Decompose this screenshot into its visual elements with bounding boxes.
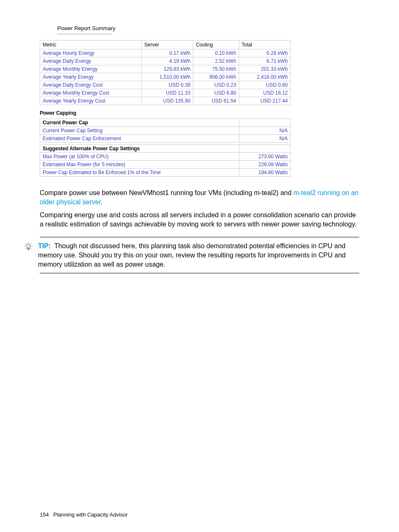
- cap-value: 228.09 Watts: [239, 161, 291, 169]
- cell-cooling: 75.50 kWh: [193, 65, 239, 73]
- cell-metric: Average Yearly Energy: [40, 73, 142, 81]
- cell-total: 0.28 kWh: [239, 49, 290, 57]
- cell-total: USD 217.44: [239, 97, 290, 105]
- cell-cooling: 2.52 kWh: [193, 57, 239, 65]
- svg-line-7: [26, 249, 26, 249]
- cap-label: Estimated Power Cap Enforcement: [40, 135, 239, 143]
- tip-body: Though not discussed here, this planning…: [38, 242, 345, 267]
- col-server: Server: [142, 41, 193, 49]
- cell-cooling: 906.00 kWh: [193, 73, 239, 81]
- tip-label: TIP:: [38, 242, 51, 249]
- cap-label: Estimated Max Power (for 5 minutes): [40, 161, 239, 169]
- cap-label: Max Power (at 100% of CPU): [40, 153, 239, 161]
- cell-server: USD 135.90: [142, 97, 193, 105]
- cap-value: 194.80 Watts: [239, 169, 291, 177]
- table-row: Estimated Max Power (for 5 minutes)228.0…: [40, 161, 291, 169]
- table-row: Estimated Power Cap EnforcementN/A: [40, 135, 291, 143]
- cell-server: 4.19 kWh: [142, 57, 193, 65]
- cap-label: Power Cap Estimated to Be Enforced 1% of…: [40, 169, 239, 177]
- cap-value: 273.00 Watts: [239, 153, 291, 161]
- col-total: Total: [239, 41, 290, 49]
- cell-total: USD 18.12: [239, 89, 290, 97]
- table-row: Average Monthly Energy125.83 kWh75.50 kW…: [40, 65, 291, 73]
- alt-cap-table: Suggested Alternate Power Cap Settings M…: [40, 144, 291, 177]
- current-cap-table: Current Power Cap Current Power Cap Sett…: [40, 118, 291, 143]
- cell-server: USD 0.38: [142, 81, 193, 89]
- cell-total: USD 0.60: [239, 81, 290, 89]
- cell-server: 125.83 kWh: [142, 65, 193, 73]
- table-row: Average Monthly Energy CostUSD 11.33USD …: [40, 89, 291, 97]
- cell-metric: Average Hourly Energy: [40, 49, 142, 57]
- cell-total: 6.71 kWh: [239, 57, 290, 65]
- section-title: Power Report Summary: [57, 25, 359, 31]
- col-metric: Metric: [40, 41, 142, 49]
- footer-text: Planning with Capacity Advisor: [54, 511, 128, 518]
- svg-line-6: [31, 244, 31, 244]
- col-cooling: Cooling: [193, 41, 239, 49]
- page-footer: 154 Planning with Capacity Advisor: [40, 511, 128, 518]
- table-row: Average Yearly Energy CostUSD 135.90USD …: [40, 97, 291, 105]
- table-row: Power Cap Estimated to Be Enforced 1% of…: [40, 169, 291, 177]
- svg-point-0: [26, 244, 30, 248]
- para1-suffix: .: [101, 198, 102, 206]
- cell-total: 201.33 kWh: [239, 65, 290, 73]
- table-row: Average Daily Energy CostUSD 0.38USD 0.2…: [40, 81, 291, 89]
- heading-underline: [57, 34, 112, 34]
- power-capping-heading: Power Capping: [40, 110, 291, 116]
- page-number: 154: [40, 511, 49, 518]
- empty-cell: [239, 119, 291, 127]
- cell-server: 0.17 kWh: [142, 49, 193, 57]
- table-row: Average Yearly Energy1,510.00 kWh906.00 …: [40, 73, 291, 81]
- current-cap-header: Current Power Cap: [40, 119, 239, 127]
- cap-value: N/A: [239, 135, 291, 143]
- cell-metric: Average Daily Energy Cost: [40, 81, 142, 89]
- table-row: Average Hourly Energy0.17 kWh0.10 kWh0.2…: [40, 49, 291, 57]
- cell-cooling: USD 6.80: [193, 89, 239, 97]
- cell-cooling: 0.10 kWh: [193, 49, 239, 57]
- cell-server: USD 11.33: [142, 89, 193, 97]
- table-row: Average Daily Energy4.19 kWh2.52 kWh6.71…: [40, 57, 291, 65]
- cell-cooling: USD 0.23: [193, 81, 239, 89]
- cell-metric: Average Monthly Energy Cost: [40, 89, 142, 97]
- energy-table: Metric Server Cooling Total Average Hour…: [40, 40, 291, 105]
- table-row: Current Power Cap SettingN/A: [40, 127, 291, 135]
- empty-cell: [239, 145, 291, 153]
- table-row: Max Power (at 100% of CPU)273.00 Watts: [40, 153, 291, 161]
- tip-block: TIP: Though not discussed here, this pla…: [40, 237, 359, 273]
- cell-metric: Average Daily Energy: [40, 57, 142, 65]
- cell-metric: Average Monthly Energy: [40, 65, 142, 73]
- para1-prefix: Compare power use between NewVMhost1 run…: [40, 189, 294, 196]
- para2: Comparing energy use and costs across al…: [40, 211, 359, 229]
- cell-metric: Average Yearly Energy Cost: [40, 97, 142, 105]
- cell-server: 1,510.00 kWh: [142, 73, 193, 81]
- cap-value: N/A: [239, 127, 291, 135]
- svg-line-5: [26, 244, 26, 244]
- cap-label: Current Power Cap Setting: [40, 127, 239, 135]
- svg-line-8: [31, 249, 31, 249]
- cell-total: 2,416.00 kWh: [239, 73, 290, 81]
- lightbulb-icon: [24, 242, 33, 252]
- alt-cap-header: Suggested Alternate Power Cap Settings: [40, 145, 239, 153]
- cell-cooling: USD 81.54: [193, 97, 239, 105]
- body-text: Compare power use between NewVMhost1 run…: [40, 188, 359, 229]
